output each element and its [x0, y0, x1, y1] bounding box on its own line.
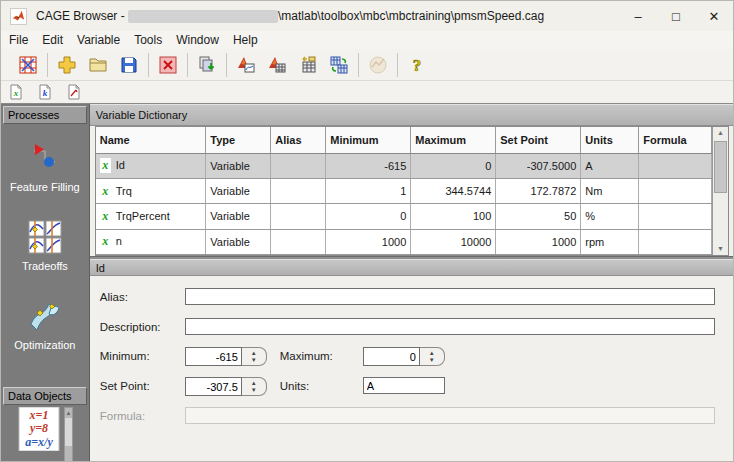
table-row[interactable]: xnVariable1000100001000rpm [96, 229, 712, 254]
cell-type: Variable [206, 204, 271, 229]
sidebar-item-label: Feature Filling [10, 181, 80, 193]
export-calibration-icon[interactable] [297, 54, 319, 76]
new-formula-icon[interactable] [65, 83, 83, 101]
column-header[interactable]: Maximum [411, 127, 496, 153]
minimum-spin-buttons[interactable]: ▲▼ [242, 347, 267, 366]
set-point-spin-buttons[interactable]: ▲▼ [242, 377, 267, 396]
detail-panel-title: Id [90, 259, 734, 276]
main-toolbar: ? [1, 49, 733, 81]
cell-name: xTrqPercent [96, 204, 206, 229]
variable-table-zone: NameTypeAliasMinimumMaximumSet PointUnit… [95, 126, 729, 256]
sidebar-scrollbar[interactable]: ▲ [64, 407, 73, 462]
new-constant-icon[interactable]: k [36, 83, 54, 101]
redacted-path-segment [128, 10, 278, 23]
minimize-button[interactable]: – [619, 1, 657, 31]
sidebar-item-variable-dictionary[interactable]: x=1y=8a=x/y ▲ [1, 407, 89, 462]
set-point-stepper[interactable] [185, 377, 242, 396]
variable-dictionary-icon: x=1y=8a=x/y [17, 407, 61, 454]
cell-set_point: 50 [496, 204, 581, 229]
detail-panel: Alias: Description: Minimum: ▲▼ Maximum:… [90, 276, 734, 462]
cell-formula [639, 229, 712, 254]
table-row[interactable]: xTrqVariable1344.5744172.7872Nm [96, 178, 712, 203]
import-model-icon[interactable] [235, 54, 257, 76]
import-calibration-icon[interactable] [266, 54, 288, 76]
cell-maximum: 344.5744 [411, 178, 496, 203]
sidebar-header-processes: Processes [3, 106, 87, 124]
scrollbar-thumb[interactable] [714, 141, 727, 193]
menu-window[interactable]: Window [176, 33, 219, 47]
description-label: Description: [100, 321, 161, 333]
cell-alias [271, 153, 326, 178]
open-file-icon[interactable] [87, 54, 109, 76]
sidebar: Processes Feature Filling Tradeoffs Opti… [1, 104, 89, 462]
variable-icon: x [100, 184, 111, 199]
cell-minimum: 0 [326, 204, 411, 229]
new-project-icon[interactable] [56, 54, 78, 76]
cell-units: % [581, 204, 639, 229]
column-header[interactable]: Type [206, 127, 271, 153]
close-button[interactable]: ✕ [695, 1, 733, 31]
new-variable-icon[interactable]: x [7, 83, 25, 101]
svg-text:a=x/y: a=x/y [25, 435, 53, 449]
close-project-icon[interactable] [157, 54, 179, 76]
column-header[interactable]: Units [581, 127, 639, 153]
table-header-row: NameTypeAliasMinimumMaximumSet PointUnit… [96, 127, 712, 153]
update-tables-icon[interactable] [328, 54, 350, 76]
cage-browser-window: CAGE Browser - \matlab\toolbox\mbc\mbctr… [0, 0, 734, 462]
variable-name: Trq [116, 185, 132, 197]
cell-formula [639, 153, 712, 178]
help-icon[interactable]: ? [406, 54, 428, 76]
svg-text:x: x [13, 88, 19, 98]
maximum-label: Maximum: [280, 350, 333, 362]
feature-filling-icon [27, 140, 63, 178]
cell-type: Variable [206, 178, 271, 203]
table-row[interactable]: xTrqPercentVariable010050% [96, 204, 712, 229]
menu-file[interactable]: File [9, 33, 28, 47]
sidebar-item-optimization[interactable]: Optimization [1, 298, 89, 351]
cell-alias [271, 229, 326, 254]
column-header[interactable]: Set Point [496, 127, 581, 153]
maximum-spin-buttons[interactable]: ▲▼ [420, 347, 445, 366]
sidebar-item-tradeoffs[interactable]: Tradeoffs [1, 219, 89, 272]
cell-alias [271, 204, 326, 229]
dictionary-toolbar: x k [1, 81, 733, 104]
units-field[interactable] [363, 377, 445, 394]
set-point-label: Set Point: [100, 380, 150, 392]
scroll-up-icon[interactable]: ▲ [713, 127, 728, 139]
sidebar-item-feature-filling[interactable]: Feature Filling [1, 140, 89, 193]
variable-icon: x [100, 209, 111, 224]
table-scrollbar[interactable]: ▲ ▼ [712, 127, 728, 255]
scroll-down-icon[interactable]: ▼ [713, 243, 728, 255]
variable-table: NameTypeAliasMinimumMaximumSet PointUnit… [96, 127, 713, 255]
table-row[interactable]: xIdVariable-6150-307.5000A [96, 153, 712, 178]
alias-field[interactable] [185, 288, 715, 305]
cage-home-icon[interactable] [17, 54, 39, 76]
menu-tools[interactable]: Tools [134, 33, 162, 47]
cell-set_point: 172.7872 [496, 178, 581, 203]
variable-name: n [116, 235, 122, 247]
title-path: \matlab\toolbox\mbc\mbctraining\pmsmSpee… [278, 9, 544, 23]
column-header[interactable]: Formula [639, 127, 712, 153]
cell-name: xn [96, 229, 206, 254]
column-header[interactable]: Minimum [326, 127, 411, 153]
column-header[interactable]: Alias [271, 127, 326, 153]
menu-variable[interactable]: Variable [77, 33, 120, 47]
svg-text:x=1: x=1 [28, 408, 48, 422]
menu-edit[interactable]: Edit [42, 33, 63, 47]
variable-icon: x [100, 234, 111, 249]
cell-formula [639, 204, 712, 229]
maximum-stepper[interactable] [363, 347, 420, 366]
save-file-icon[interactable] [118, 54, 140, 76]
cell-units: A [581, 153, 639, 178]
maximize-button[interactable]: □ [657, 1, 695, 31]
main-panel: Variable Dictionary NameTypeAliasMinimum… [89, 104, 733, 462]
svg-text:y=8: y=8 [28, 421, 48, 435]
column-header[interactable]: Name [96, 127, 206, 153]
units-label: Units: [280, 380, 309, 392]
description-field[interactable] [185, 318, 715, 335]
minimum-stepper[interactable] [185, 347, 242, 366]
menu-help[interactable]: Help [233, 33, 258, 47]
cell-type: Variable [206, 229, 271, 254]
import-data-icon[interactable] [196, 54, 218, 76]
cell-minimum: -615 [326, 153, 411, 178]
